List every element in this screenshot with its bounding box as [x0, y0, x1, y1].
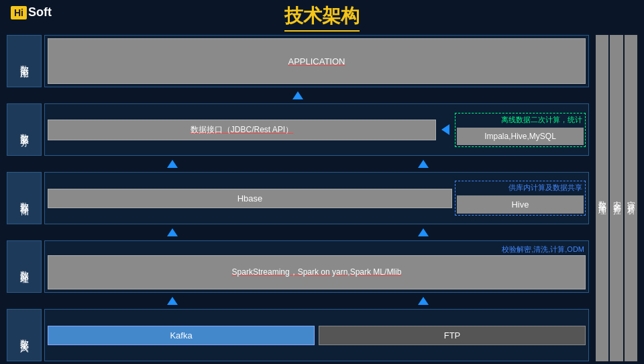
arrow-up-3b	[418, 228, 429, 236]
panel-security-text: 安全管控	[611, 194, 623, 202]
instore-label: 供库内计算及数据共享	[455, 181, 585, 194]
layer-content-data-service: 数据接口（JDBC/Rest API） 离线数据二次计算，统计 Impala,H…	[44, 103, 589, 156]
application-text: APPLICATION	[288, 56, 345, 66]
panel-data-governance: 数据治理	[596, 35, 608, 361]
arrow-up-2a	[167, 160, 178, 168]
spark-text: SparkStreaming，Spark on yarn,Spark ML/Ml…	[232, 267, 402, 278]
layer-data-storage: 数据存储 Hbase 供库内计算及数据共享 Hive	[7, 172, 589, 224]
layer-content-data-storage: Hbase 供库内计算及数据共享 Hive	[44, 172, 589, 224]
ftp-text: FTP	[444, 330, 461, 340]
layer-data-app: 数据应用 APPLICATION	[7, 35, 589, 87]
logo-hi-badge: Hi	[11, 6, 27, 19]
layer-content-data-app: APPLICATION	[44, 35, 589, 87]
panel-data-governance-text: 数据治理	[596, 194, 608, 202]
impala-text: Impala,Hive,MySQL	[484, 132, 556, 141]
hbase-text: Hbase	[237, 193, 263, 203]
layer-label-data-app: 数据应用	[7, 35, 42, 87]
arrow-up-1	[292, 91, 303, 99]
logo: Hi Soft	[11, 5, 52, 19]
process-inner: 校验解密,清洗,计算,ODM SparkStreaming，Spark on y…	[48, 244, 586, 289]
arrow-row-1	[7, 90, 589, 101]
logo-soft-text: Soft	[28, 5, 52, 19]
panel-audit: 审计分析	[625, 35, 637, 361]
arch-diagram: 数据应用 APPLICATION 数据服务 数据接口（JDBC/Rest API…	[7, 35, 593, 361]
header: Hi Soft 技术架构	[0, 0, 644, 35]
hive-text: Hive	[511, 199, 529, 210]
storage-right-container: 供库内计算及数据共享 Hive	[455, 181, 586, 216]
verify-label: 校验解密,清洗,计算,ODM	[48, 244, 586, 255]
layer-content-data-ingestion: Kafka FTP	[44, 309, 589, 361]
main-content: 数据应用 APPLICATION 数据服务 数据接口（JDBC/Rest API…	[0, 35, 644, 361]
layer-label-data-storage: 数据存储	[7, 172, 42, 224]
layer-data-service: 数据服务 数据接口（JDBC/Rest API） 离线数据二次计算，统计 Imp…	[7, 103, 589, 156]
ftp-box: FTP	[319, 326, 586, 345]
offline-label: 离线数据二次计算，统计	[455, 113, 585, 126]
layer-data-ingestion: 数据接入 Kafka FTP	[7, 309, 589, 361]
service-right-container: 离线数据二次计算，统计 Impala,Hive,MySQL	[455, 113, 586, 147]
application-box: APPLICATION	[48, 38, 586, 84]
hbase-box: Hbase	[48, 189, 452, 208]
kafka-text: Kafka	[170, 330, 192, 340]
layer-label-data-service: 数据服务	[7, 103, 42, 156]
kafka-box: Kafka	[48, 326, 315, 345]
spark-box: SparkStreaming，Spark on yarn,Spark ML/Ml…	[48, 255, 586, 289]
impala-box: Impala,Hive,MySQL	[457, 128, 584, 145]
panel-audit-text: 审计分析	[625, 194, 637, 202]
arrow-row-4	[7, 295, 589, 306]
arrow-row-3	[7, 227, 589, 238]
api-box: 数据接口（JDBC/Rest API）	[48, 120, 436, 140]
layer-content-data-processing: 校验解密,清洗,计算,ODM SparkStreaming，Spark on y…	[44, 240, 589, 293]
page-title: 技术架构	[284, 3, 360, 32]
ingestion-inner: Kafka FTP	[48, 312, 586, 358]
arrow-up-4a	[167, 297, 178, 305]
panel-security: 安全管控	[610, 35, 623, 361]
arrow-up-4b	[418, 297, 429, 305]
api-text: 数据接口（JDBC/Rest API）	[191, 124, 293, 136]
arrow-row-2	[7, 158, 589, 169]
layer-label-data-ingestion: 数据接入	[7, 309, 42, 361]
layer-data-processing: 数据处理 校验解密,清洗,计算,ODM SparkStreaming，Spark…	[7, 240, 589, 293]
layer-label-data-processing: 数据处理	[7, 240, 42, 293]
hive-box: Hive	[457, 195, 584, 214]
service-row: 数据接口（JDBC/Rest API） 离线数据二次计算，统计 Impala,H…	[48, 107, 586, 152]
arrow-up-3a	[167, 228, 178, 236]
storage-row: Hbase 供库内计算及数据共享 Hive	[48, 175, 586, 221]
right-panels: 数据治理 安全管控 审计分析	[593, 35, 637, 361]
arrow-left-service	[441, 124, 449, 135]
arrow-up-2b	[418, 160, 429, 168]
